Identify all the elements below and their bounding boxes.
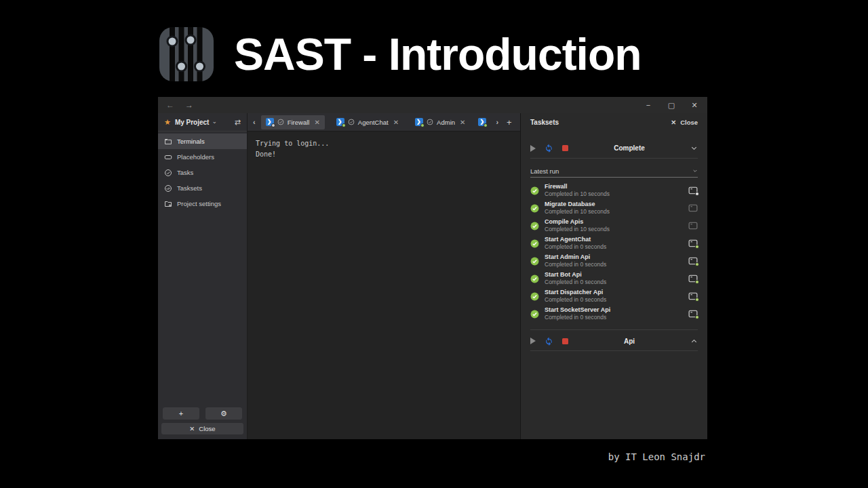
status-dot bbox=[695, 315, 699, 319]
close-tab-icon[interactable]: ✕ bbox=[314, 119, 319, 126]
taskset-name: Api bbox=[577, 338, 682, 345]
status-dot bbox=[420, 123, 425, 127]
task-status: Completed in 0 seconds bbox=[545, 243, 606, 251]
task-text: Start AgentChatCompleted in 0 seconds bbox=[545, 236, 606, 251]
stop-icon[interactable] bbox=[562, 145, 568, 151]
task-name: Start SocketServer Api bbox=[545, 306, 610, 314]
hero-header: SAST - Introduction bbox=[158, 26, 642, 83]
tab-admin[interactable]: ❯Admin✕ bbox=[410, 115, 470, 129]
window-body: ★ My Project ⌄ ⇄ TerminalsPlaceholdersTa… bbox=[158, 113, 707, 439]
latest-run-select[interactable]: Latest run bbox=[530, 165, 698, 178]
close-label: Close bbox=[680, 119, 698, 126]
tasksets-panel-header: Tasksets ✕ Close bbox=[521, 113, 707, 131]
status-dot bbox=[695, 245, 699, 249]
terminal-output[interactable]: Trying to login... Done! bbox=[248, 131, 520, 439]
task-item-start-dispatcher-api[interactable]: Start Dispatcher ApiCompleted in 0 secon… bbox=[530, 287, 698, 305]
task-item-migrate-database[interactable]: Migrate DatabaseCompleted in 10 seconds bbox=[530, 199, 698, 217]
open-terminal-icon[interactable] bbox=[688, 292, 698, 300]
task-item-start-socketserver-api[interactable]: Start SocketServer ApiCompleted in 0 sec… bbox=[530, 305, 698, 323]
sast-logo-icon bbox=[158, 26, 215, 83]
terminal-tab-icon: ❯ bbox=[266, 118, 274, 126]
close-label: Close bbox=[199, 425, 215, 432]
close-tab-icon[interactable]: ✕ bbox=[460, 119, 465, 126]
open-terminal-icon[interactable] bbox=[688, 186, 698, 195]
sidebar-close-button[interactable]: ✕ Close bbox=[161, 423, 243, 434]
task-status: Completed in 10 seconds bbox=[545, 208, 610, 216]
sidebar-item-project-settings[interactable]: Project settings bbox=[158, 196, 247, 211]
page-title: SAST - Introduction bbox=[234, 28, 642, 80]
status-dot bbox=[695, 262, 699, 266]
latest-run-label: Latest run bbox=[530, 167, 559, 175]
taskset-name: Complete bbox=[577, 144, 682, 152]
chevron-down-icon: ⌄ bbox=[212, 118, 217, 125]
maximize-button[interactable]: ▢ bbox=[667, 101, 676, 110]
success-check-icon bbox=[530, 257, 539, 266]
open-terminal-icon[interactable] bbox=[688, 310, 698, 318]
open-terminal-icon[interactable] bbox=[688, 222, 698, 230]
sidebar-item-tasks[interactable]: Tasks bbox=[158, 165, 247, 180]
sidebar-item-terminals[interactable]: Terminals bbox=[158, 134, 247, 149]
sync-icon[interactable] bbox=[545, 337, 553, 346]
close-window-button[interactable]: ✕ bbox=[690, 101, 699, 110]
open-terminal-icon[interactable] bbox=[688, 274, 698, 283]
open-terminal-icon[interactable] bbox=[688, 239, 698, 247]
tab-agentchat[interactable]: ❯AgentChat✕ bbox=[332, 115, 403, 129]
open-terminal-icon[interactable] bbox=[688, 204, 698, 212]
close-icon: ✕ bbox=[189, 425, 195, 432]
switch-project-icon[interactable]: ⇄ bbox=[235, 118, 241, 127]
play-icon[interactable] bbox=[530, 145, 536, 152]
task-text: Start Admin ApiCompleted in 0 seconds bbox=[545, 253, 606, 268]
task-status: Completed in 0 seconds bbox=[545, 279, 606, 286]
double-check-circle-icon bbox=[164, 184, 172, 192]
tab-label: Admin bbox=[437, 119, 455, 126]
panel-close-button[interactable]: ✕ Close bbox=[671, 119, 698, 126]
tabs-scroll-left-icon[interactable]: ‹ bbox=[253, 118, 256, 126]
task-status: Completed in 0 seconds bbox=[545, 314, 610, 321]
taskset-row-complete[interactable]: Complete bbox=[530, 141, 698, 159]
play-icon[interactable] bbox=[530, 338, 536, 344]
terminal-tab-icon: ❯ bbox=[478, 118, 486, 126]
settings-button[interactable]: ⚙ bbox=[205, 407, 242, 420]
terminal-tab-icon: ❯ bbox=[336, 118, 344, 126]
task-item-start-admin-api[interactable]: Start Admin ApiCompleted in 0 seconds bbox=[530, 252, 698, 270]
success-check-icon bbox=[530, 239, 539, 248]
terminal-line: Done! bbox=[256, 149, 512, 160]
success-check-icon bbox=[530, 310, 539, 319]
gear-icon: ⚙ bbox=[220, 410, 227, 418]
status-dot bbox=[484, 123, 488, 127]
sync-icon[interactable] bbox=[545, 144, 553, 152]
main-area: ‹ ❯Firewall✕❯AgentChat✕❯Admin✕❯ › + Tryi… bbox=[248, 113, 520, 439]
project-selector[interactable]: ★ My Project ⌄ ⇄ bbox=[158, 113, 247, 131]
success-check-icon bbox=[530, 204, 539, 213]
taskset-row-api[interactable]: Api bbox=[530, 329, 698, 351]
star-icon: ★ bbox=[164, 118, 171, 127]
new-tab-button[interactable]: + bbox=[507, 117, 512, 127]
stop-icon[interactable] bbox=[562, 338, 568, 344]
tab-firewall[interactable]: ❯Firewall✕ bbox=[261, 115, 325, 129]
task-item-firewall[interactable]: FirewallCompleted in 10 seconds bbox=[530, 182, 698, 199]
back-icon[interactable]: ← bbox=[166, 100, 174, 110]
minimize-button[interactable]: − bbox=[644, 101, 653, 109]
status-dot bbox=[271, 123, 275, 127]
tabs-scroll-right-icon[interactable]: › bbox=[496, 118, 498, 126]
tasksets-panel-content: Complete Latest run FirewallCompleted in… bbox=[521, 131, 707, 351]
task-text: Migrate DatabaseCompleted in 10 seconds bbox=[545, 201, 610, 216]
forward-icon[interactable]: → bbox=[185, 100, 193, 110]
task-name: Start AgentChat bbox=[545, 236, 606, 243]
status-dot bbox=[695, 192, 699, 196]
task-item-start-bot-api[interactable]: Start Bot ApiCompleted in 0 seconds bbox=[530, 270, 698, 287]
sidebar-item-placeholders[interactable]: Placeholders bbox=[158, 149, 247, 165]
task-item-compile-apis[interactable]: Compile ApisCompleted in 10 seconds bbox=[530, 217, 698, 235]
close-tab-icon[interactable]: ✕ bbox=[393, 119, 399, 126]
sidebar-item-tasksets[interactable]: Tasksets bbox=[158, 180, 247, 196]
task-name: Migrate Database bbox=[545, 201, 610, 208]
tab-truncated[interactable]: ❯ bbox=[477, 115, 490, 129]
chevron-up-icon[interactable] bbox=[690, 338, 698, 345]
open-terminal-icon[interactable] bbox=[688, 257, 698, 265]
chevron-down-icon[interactable] bbox=[690, 144, 698, 152]
add-terminal-button[interactable]: + bbox=[163, 407, 199, 420]
task-item-start-agentchat[interactable]: Start AgentChatCompleted in 0 seconds bbox=[530, 235, 698, 252]
task-status: Completed in 0 seconds bbox=[545, 261, 606, 268]
window-titlebar: ← → − ▢ ✕ bbox=[158, 97, 707, 113]
task-name: Compile Apis bbox=[545, 218, 610, 226]
